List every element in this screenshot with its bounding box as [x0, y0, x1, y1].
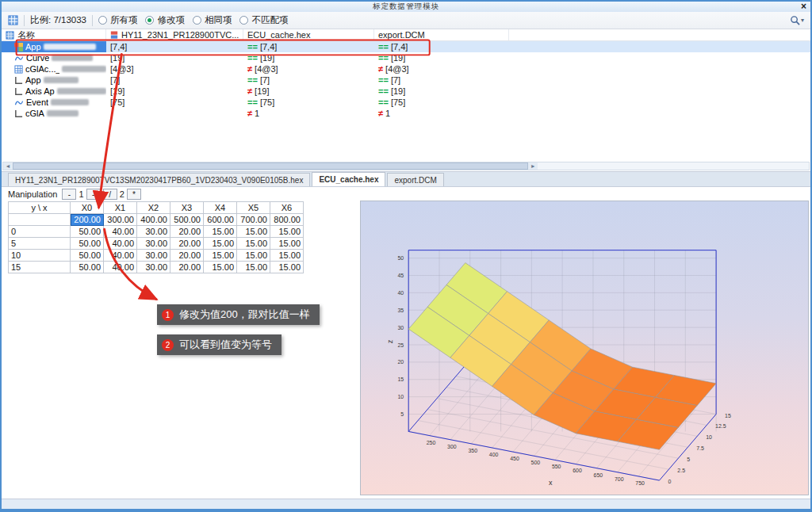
- value-cell[interactable]: 30.00: [137, 238, 170, 250]
- axis-icon: [14, 87, 23, 96]
- manip-button-2[interactable]: -: [86, 189, 101, 200]
- value-cell[interactable]: 15.00: [204, 262, 237, 273]
- selected-cell[interactable]: 200.00: [71, 214, 104, 226]
- tab-2[interactable]: export.DCM: [387, 173, 443, 186]
- callout-1: 1 修改为值200，跟对比值一样: [157, 304, 320, 325]
- toolbar-separator: [92, 15, 93, 26]
- x-axis-row: 200.00300.00400.00500.00600.00700.00800.…: [9, 214, 304, 226]
- tree-row-0[interactable]: App[7,4]== [7,4]== [7,4]: [2, 41, 810, 52]
- tree-column-header-1[interactable]: HY11_23N1_PR128900TVC...: [106, 29, 243, 40]
- value-cell[interactable]: 15.00: [237, 250, 270, 262]
- tree-item-name: App: [25, 75, 41, 86]
- value-file1: [4@3]: [106, 63, 243, 75]
- filter-radio-2[interactable]: 相同项: [193, 14, 232, 26]
- tree-column-header-3[interactable]: export.DCM: [374, 29, 509, 40]
- value-cell[interactable]: 20.00: [170, 226, 204, 238]
- tree-row-3[interactable]: App[7]== [7]== [7]: [2, 75, 810, 86]
- curve-icon: [14, 54, 24, 63]
- tree-row-4[interactable]: Axis App_Inci...[19]≠ [19]== [19]: [2, 86, 810, 97]
- redacted-text: [57, 88, 106, 94]
- surface-chart[interactable]: 25030035040045050055060065070075002.557.…: [361, 201, 808, 495]
- grid-table-icon[interactable]: [8, 15, 18, 25]
- value-cell[interactable]: 20.00: [170, 238, 204, 250]
- filter-radio-group: 所有项修改项相同项不匹配项: [98, 14, 297, 26]
- value-cell[interactable]: 50.00: [71, 226, 104, 238]
- value-cell[interactable]: 40.00: [104, 262, 137, 273]
- axis-value-cell[interactable]: 700.00: [237, 214, 270, 226]
- tree-row-1[interactable]: Curve[19]== [19]== [19]: [2, 52, 810, 63]
- manip-button-5[interactable]: *: [127, 189, 141, 200]
- callout-1-badge: 1: [162, 309, 174, 321]
- horizontal-scrollbar[interactable]: ◄ ►: [2, 162, 810, 170]
- scroll-right-button[interactable]: ►: [528, 162, 538, 170]
- filter-radio-3[interactable]: 不匹配项: [239, 14, 288, 26]
- redacted-text: [44, 77, 79, 83]
- value-file1: [19]: [106, 52, 243, 63]
- value-cell[interactable]: 15.00: [270, 262, 304, 273]
- manip-value-4[interactable]: 2: [120, 189, 124, 199]
- svg-text:5: 5: [400, 411, 404, 417]
- radio-circle-icon: [98, 16, 107, 25]
- value-cell[interactable]: 50.00: [71, 238, 104, 250]
- manip-value-1[interactable]: 1: [79, 189, 83, 199]
- column-label: HY11_23N1_PR128900TVC...: [121, 30, 239, 40]
- axis-value-cell[interactable]: 300.00: [104, 214, 137, 226]
- svg-text:7.5: 7.5: [696, 445, 704, 451]
- column-label: ECU_cache.hex: [247, 30, 311, 40]
- axis-value-cell[interactable]: 400.00: [137, 214, 170, 226]
- value-cell[interactable]: 15.00: [237, 262, 270, 273]
- svg-text:z: z: [386, 339, 394, 343]
- axis-value-cell[interactable]: 600.00: [204, 214, 237, 226]
- value-cell[interactable]: 15.00: [204, 238, 237, 250]
- value-cell[interactable]: 15.00: [270, 238, 304, 250]
- tree-item-label: Curve: [2, 52, 106, 63]
- value-file1: [19]: [106, 86, 243, 97]
- value-cell[interactable]: 30.00: [137, 262, 170, 273]
- search-icon[interactable]: ▾: [790, 15, 804, 25]
- tree-column-header-2[interactable]: ECU_cache.hex: [243, 29, 374, 40]
- svg-text:400: 400: [489, 452, 499, 457]
- value-cell[interactable]: 15.00: [204, 226, 237, 238]
- value-cell[interactable]: 40.00: [104, 226, 137, 238]
- tree-row-6[interactable]: cGlA≠ 1≠ 1: [2, 108, 810, 119]
- svg-text:550: 550: [552, 464, 561, 469]
- redacted-text: [47, 110, 79, 117]
- axis-value-cell[interactable]: 800.00: [270, 214, 304, 226]
- value-cell[interactable]: 50.00: [71, 262, 104, 273]
- value-cell[interactable]: 15.00: [270, 250, 304, 262]
- tab-0[interactable]: HY11_23N1_PR128900TVC13SM20230417PB60_1V…: [8, 173, 310, 186]
- value-cell[interactable]: 20.00: [170, 250, 204, 262]
- filter-radio-1[interactable]: 修改项: [145, 14, 185, 26]
- svg-text:600: 600: [573, 468, 582, 473]
- value-cell[interactable]: 40.00: [104, 238, 137, 250]
- tab-1[interactable]: ECU_cache.hex: [312, 172, 385, 186]
- value-cell[interactable]: 15.00: [237, 238, 270, 250]
- svg-text:10: 10: [706, 434, 712, 440]
- value-cell[interactable]: 30.00: [137, 250, 170, 262]
- col-header-X5: X5: [237, 202, 270, 214]
- filter-radio-0[interactable]: 所有项: [98, 14, 138, 26]
- tree-item-name: App: [25, 41, 41, 52]
- value-cell[interactable]: 30.00: [137, 226, 170, 238]
- tree-row-5[interactable]: Event[75]== [75]== [75]: [2, 97, 810, 108]
- value-file2: ≠ 1: [243, 108, 374, 119]
- manip-button-3[interactable]: /: [103, 189, 117, 200]
- close-button[interactable]: ×: [801, 1, 806, 12]
- value-cell[interactable]: 15.00: [270, 226, 304, 238]
- chart-panel[interactable]: 25030035040045050055060065070075002.557.…: [360, 201, 809, 495]
- value-cell[interactable]: 50.00: [71, 250, 104, 262]
- scrollbar-thumb[interactable]: [13, 162, 528, 170]
- value-cell[interactable]: 40.00: [104, 250, 137, 262]
- value-cell[interactable]: 20.00: [170, 262, 204, 273]
- value-cell[interactable]: 15.00: [204, 250, 237, 262]
- tree-item-label: Axis App_Inci...: [2, 86, 106, 97]
- grid-icon: [6, 31, 14, 40]
- scroll-left-button[interactable]: ◄: [3, 162, 13, 170]
- value-cell[interactable]: 15.00: [237, 226, 270, 238]
- col-header-X2: X2: [137, 202, 170, 214]
- tree-column-header-0[interactable]: 名称: [2, 29, 106, 40]
- tree-row-2[interactable]: cGlAc..._[4@3]≠ [4@3]≠ [4@3]: [2, 63, 810, 75]
- value-file3: == [19]: [374, 86, 509, 97]
- axis-value-cell[interactable]: 500.00: [170, 214, 204, 226]
- manip-button-0[interactable]: -: [62, 189, 76, 200]
